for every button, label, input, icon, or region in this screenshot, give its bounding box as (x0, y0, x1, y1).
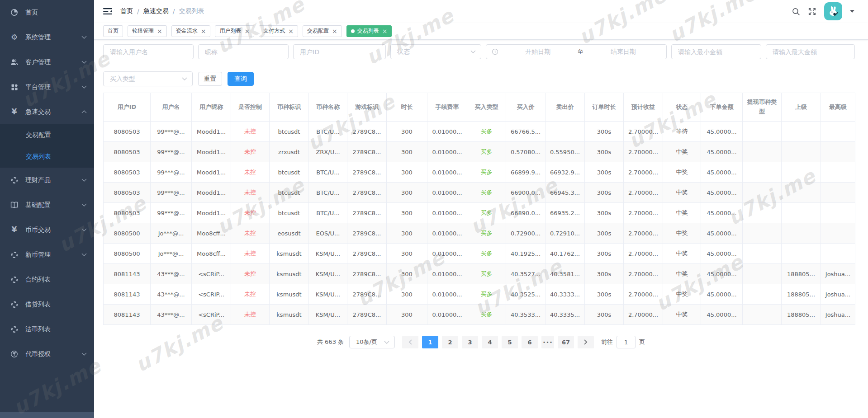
table-cell (743, 244, 782, 264)
sidebar-item-contract-list[interactable]: 合约列表 (0, 267, 94, 292)
tab-label: 资金流水 (176, 27, 198, 35)
tab-carousel-mgmt[interactable]: 轮播管理× (128, 25, 167, 37)
sidebar-subitem-trade-config[interactable]: 交易配置 (0, 124, 94, 146)
end-date-placeholder[interactable]: 结束日期 (586, 48, 661, 56)
table-cell (782, 162, 821, 183)
nickname-input[interactable] (198, 44, 289, 59)
page-button-2[interactable]: 2 (442, 336, 458, 348)
tab-close-icon[interactable]: × (201, 28, 206, 34)
sidebar-item-token-auth[interactable]: 代币授权 (0, 342, 94, 366)
table-cell: 2789C8... (347, 183, 387, 203)
breadcrumb-item-express-trade[interactable]: 急速交易 (143, 7, 169, 15)
tab-label: 用户列表 (219, 27, 241, 35)
status-select[interactable]: 状态 (390, 44, 481, 59)
tab-close-icon[interactable]: × (288, 28, 294, 34)
table-cell: 中奖 (663, 223, 701, 244)
max-amount-input[interactable] (766, 44, 855, 59)
sidebar-fold-icon[interactable] (103, 8, 112, 15)
table-cell: 2.70000... (624, 284, 663, 305)
table-cell: <sCRiP... (192, 305, 231, 325)
goto-page-input[interactable] (617, 336, 636, 348)
date-range-picker[interactable]: 开始日期 至 结束日期 (486, 44, 667, 59)
tab-label: 交易配置 (307, 27, 329, 35)
sidebar-item-fiat-list[interactable]: 法币列表 (0, 317, 94, 342)
table-cell (821, 142, 855, 162)
userid-input[interactable] (293, 44, 386, 59)
sidebar-item-express-trade[interactable]: ¥急速交易 (0, 99, 94, 124)
page-button-67[interactable]: 67 (558, 336, 574, 348)
table-cell: 中奖 (663, 305, 701, 325)
sidebar-item-home[interactable]: 首页 (0, 0, 94, 25)
sidebar-item-platform-mgmt[interactable]: 平台管理 (0, 75, 94, 99)
table-cell: 99***@... (151, 122, 192, 142)
grid-icon (10, 84, 19, 91)
tab-payment-method[interactable]: 支付方式× (259, 25, 298, 37)
sidebar-item-system-mgmt[interactable]: ⚙系统管理 (0, 25, 94, 50)
table-cell: 8080503 (104, 183, 151, 203)
table-cell: 0.01000... (427, 162, 467, 183)
circle-icon (10, 276, 19, 283)
page-size-select[interactable]: 10条/页 (349, 336, 395, 348)
table-cell: 0.01000... (427, 122, 467, 142)
prev-page-button[interactable] (402, 336, 418, 348)
search-icon[interactable] (792, 7, 800, 16)
search-button[interactable]: 查询 (228, 72, 254, 86)
avatar[interactable] (824, 2, 842, 20)
sidebar-item-basic-config[interactable]: 基础配置 (0, 193, 94, 217)
buy-type-select[interactable]: 买入类型 (103, 71, 193, 86)
sidebar-item-wealth-products[interactable]: 理财产品 (0, 168, 94, 193)
tab-fund-flow[interactable]: 资金流水× (171, 25, 211, 37)
column-header: 用户ID (104, 93, 151, 122)
tab-close-icon[interactable]: × (157, 28, 162, 34)
sidebar-item-new-coin-mgmt[interactable]: 新币管理 (0, 242, 94, 267)
table-cell: Moo8cff... (192, 223, 231, 244)
next-page-button[interactable] (578, 336, 594, 348)
breadcrumb-separator: / (137, 8, 139, 15)
breadcrumb: 首页 / 急速交易 / 交易列表 (120, 7, 204, 15)
sidebar-item-loan-list[interactable]: 借贷列表 (0, 292, 94, 317)
sidebar-item-customer-mgmt[interactable]: 客户管理 (0, 50, 94, 75)
tab-trade-list[interactable]: 交易列表× (346, 25, 392, 37)
table-cell: 99***@... (151, 142, 192, 162)
column-header: 用户昵称 (192, 93, 231, 122)
start-date-placeholder[interactable]: 开始日期 (500, 48, 576, 56)
user-menu-caret-icon[interactable] (850, 10, 854, 13)
pagination-ellipsis[interactable]: ••• (541, 336, 554, 348)
min-amount-input[interactable] (671, 44, 761, 59)
column-header: 是否控制 (231, 93, 270, 122)
page-button-6[interactable]: 6 (522, 336, 538, 348)
tab-close-icon[interactable]: × (332, 28, 337, 34)
chevron-down-icon (81, 253, 87, 256)
table-cell: 300s (585, 162, 624, 183)
table-cell: BTC/U... (309, 122, 347, 142)
page-button-5[interactable]: 5 (502, 336, 518, 348)
page-button-4[interactable]: 4 (482, 336, 498, 348)
table-cell: 买多 (467, 305, 506, 325)
sidebar-item-coin-trade[interactable]: ¥币币交易 (0, 217, 94, 242)
sidebar-item-label: 合约列表 (25, 276, 87, 284)
tab-trade-config[interactable]: 交易配置× (303, 25, 342, 37)
chevron-down-icon (81, 352, 87, 356)
table-cell (782, 122, 821, 142)
sidebar-collapse-bar[interactable] (0, 412, 94, 418)
chevron-down-icon (81, 36, 87, 39)
fullscreen-icon[interactable] (808, 7, 816, 16)
table-header-row: 用户ID用户名用户昵称是否控制币种标识币种名称游戏标识时长手续费率买入类型买入价… (104, 93, 855, 122)
table-cell: Joshua... (821, 284, 855, 305)
table-cell: ZRX/U... (309, 142, 347, 162)
reset-button[interactable]: 重置 (198, 72, 222, 86)
username-input[interactable] (103, 44, 194, 59)
tab-close-icon[interactable]: × (382, 28, 388, 34)
filter-row-1: 状态 开始日期 至 结束日期 (103, 44, 859, 59)
tab-user-list[interactable]: 用户列表× (215, 25, 254, 37)
page-button-1[interactable]: 1 (422, 336, 438, 348)
table-cell: 300s (585, 203, 624, 223)
filter-row-2: 买入类型 重置 查询 (103, 71, 859, 86)
tab-home[interactable]: 首页 (103, 25, 123, 37)
table-cell: 66935.2... (545, 203, 585, 223)
sidebar-subitem-trade-list[interactable]: 交易列表 (0, 146, 94, 168)
breadcrumb-item-home[interactable]: 首页 (120, 7, 133, 15)
tab-close-icon[interactable]: × (244, 28, 250, 34)
table-cell: 2789C8... (347, 244, 387, 264)
page-button-3[interactable]: 3 (462, 336, 478, 348)
